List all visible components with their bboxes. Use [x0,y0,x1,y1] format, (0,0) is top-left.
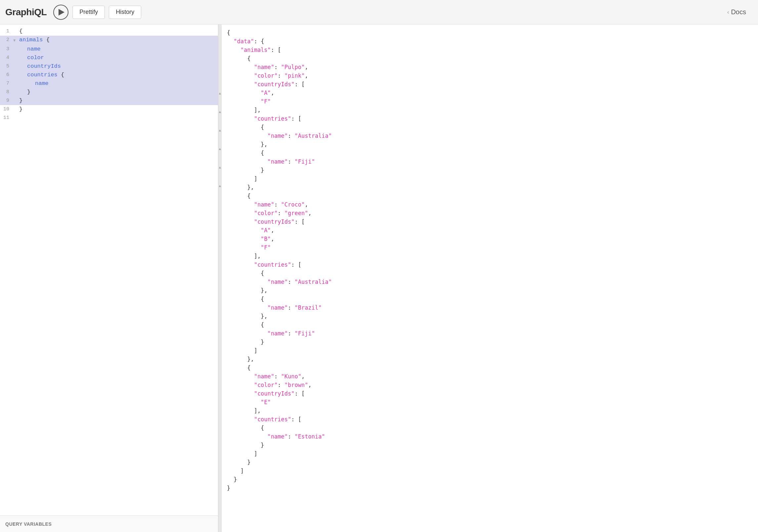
line-arrow-6 [13,71,19,79]
topbar: GraphiQL Prettify History ‹ Docs [0,0,758,24]
line-content-3: name [19,45,218,54]
query-variables-bar[interactable]: QUERY VARIABLES [0,515,218,532]
result-panel: { "data": { "animals": [ { "name": "Pulp… [222,24,758,532]
gutter-arrow-6: ▲ [218,183,222,188]
line-arrow-7 [13,79,19,88]
run-button[interactable] [53,5,68,20]
line-content-10: } [19,105,218,114]
code-lines: 1 { 2 ▼ animals { 3 name [0,27,218,122]
line-4: 4 color [0,54,218,62]
editor-panel: 1 { 2 ▼ animals { 3 name [0,24,218,532]
result-json: { "data": { "animals": [ { "name": "Pulp… [227,28,753,492]
line-arrow-9 [13,96,19,105]
line-num-2: 2 [0,36,13,45]
line-arrow-1 [13,27,19,36]
gutter-arrow-3: ▲ [218,128,222,133]
line-num-4: 4 [0,54,13,62]
line-num-10: 10 [0,105,13,114]
line-1: 1 { [0,27,218,36]
line-content-5: countryIds [19,62,218,71]
line-arrow-4 [13,54,19,62]
line-num-9: 9 [0,96,13,105]
line-arrow-3 [13,45,19,54]
line-arrow-11 [13,114,19,122]
docs-label: Docs [731,8,746,16]
logo-ql: QL [34,7,47,17]
line-arrow-2: ▼ [13,36,19,45]
history-button[interactable]: History [109,6,141,19]
line-9: 9 } [0,96,218,105]
gutter-arrow-2: ▲ [218,109,222,114]
line-2: 2 ▼ animals { [0,36,218,45]
gutter-arrow-5: ▲ [218,165,222,170]
main-area: 1 { 2 ▼ animals { 3 name [0,24,758,532]
line-11: 11 [0,114,218,122]
line-6: 6 countries { [0,71,218,79]
docs-button[interactable]: ‹ Docs [721,8,753,16]
line-content-6: countries { [19,71,218,79]
line-num-3: 3 [0,45,13,54]
prettify-button[interactable]: Prettify [72,6,105,19]
line-num-1: 1 [0,27,13,36]
line-num-7: 7 [0,79,13,88]
line-10: 10 } [0,105,218,114]
line-arrow-10 [13,105,19,114]
chevron-left-icon: ‹ [727,9,729,15]
line-num-8: 8 [0,88,13,96]
line-num-5: 5 [0,62,13,71]
line-content-8: } [19,88,218,96]
line-content-1: { [19,27,218,36]
line-5: 5 countryIds [0,62,218,71]
gutter-arrow-4: ▲ [218,146,222,151]
line-content-7: name [19,79,218,88]
line-content-11 [19,114,218,122]
gutter-arrow-1: ▲ [218,91,222,96]
line-3: 3 name [0,45,218,54]
editor-gutter[interactable]: ▲ ▲ ▲ ▲ ▲ ▲ [218,24,222,532]
line-arrow-8 [13,88,19,96]
line-arrow-5 [13,62,19,71]
line-content-2: animals { [19,36,218,45]
query-editor[interactable]: 1 { 2 ▼ animals { 3 name [0,24,218,515]
line-num-11: 11 [0,114,13,122]
query-variables-label: QUERY VARIABLES [5,521,52,527]
line-content-4: color [19,54,218,62]
logo-text: Graphi [5,7,34,17]
line-8: 8 } [0,88,218,96]
line-num-6: 6 [0,71,13,79]
line-content-9: } [19,96,218,105]
line-7: 7 name [0,79,218,88]
app-logo: GraphiQL [5,7,47,18]
